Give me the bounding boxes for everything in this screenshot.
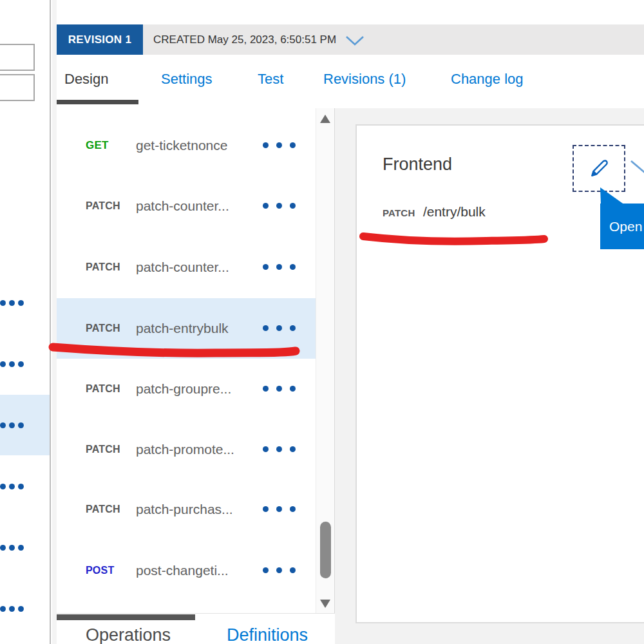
operation-patch-groupre[interactable]: PATCH patch-groupre... bbox=[57, 359, 316, 419]
method-label: PATCH bbox=[86, 504, 132, 515]
operation-patch-promote[interactable]: PATCH patch-promote... bbox=[57, 419, 316, 480]
more-options-icon[interactable] bbox=[263, 506, 296, 512]
pencil-icon bbox=[587, 156, 611, 181]
operation-name: patch-purchas... bbox=[136, 502, 233, 517]
more-options-icon[interactable] bbox=[263, 567, 296, 573]
more-options-icon[interactable] bbox=[263, 325, 296, 331]
active-tab-indicator bbox=[57, 100, 138, 104]
list-item-selected[interactable] bbox=[0, 395, 50, 455]
revision-bar: REVISION 1 CREATED May 25, 2023, 6:50:51… bbox=[57, 24, 644, 55]
operation-name: patch-promote... bbox=[136, 442, 234, 457]
revision-badge: REVISION 1 bbox=[57, 24, 143, 55]
api-design-view: REVISION 1 CREATED May 25, 2023, 6:50:51… bbox=[57, 0, 644, 644]
tab-bar: Design Settings Test Revisions (1) Chang… bbox=[57, 55, 644, 108]
scrollbar-thumb[interactable] bbox=[320, 522, 331, 578]
operation-patch-purchas[interactable]: PATCH patch-purchas... bbox=[57, 479, 316, 540]
method-label: PATCH bbox=[86, 200, 132, 212]
tab-operations[interactable]: Operations bbox=[86, 625, 171, 644]
more-options-icon[interactable] bbox=[0, 422, 24, 428]
tab-settings[interactable]: Settings bbox=[161, 55, 213, 104]
more-options-icon[interactable] bbox=[263, 264, 296, 270]
endpoint-path: /entry/bulk bbox=[423, 204, 486, 219]
tab-revisions[interactable]: Revisions (1) bbox=[323, 55, 406, 104]
method-label: PATCH bbox=[86, 323, 132, 334]
operation-name: post-changeti... bbox=[136, 563, 229, 578]
chevron-down-icon[interactable] bbox=[345, 35, 365, 46]
operation-patch-counter[interactable]: PATCH patch-counter... bbox=[57, 176, 316, 236]
tab-design[interactable]: Design bbox=[64, 55, 108, 104]
list-item[interactable] bbox=[0, 456, 50, 516]
more-options-icon[interactable] bbox=[263, 386, 296, 392]
scroll-up-icon[interactable] bbox=[320, 115, 330, 123]
operation-name: get-ticketnonce bbox=[136, 138, 227, 153]
operation-name: patch-entrybulk bbox=[136, 321, 229, 336]
method-label: PATCH bbox=[86, 261, 132, 273]
list-item[interactable] bbox=[0, 334, 50, 394]
method-label: PATCH bbox=[86, 383, 132, 395]
open-tooltip: Open bbox=[600, 204, 644, 249]
list-item[interactable] bbox=[0, 272, 50, 333]
operation-get-ticketnonce[interactable]: GET get-ticketnonce bbox=[57, 115, 316, 176]
edit-frontend-button[interactable] bbox=[573, 145, 625, 192]
list-footer-tabs: Operations Definitions bbox=[57, 613, 335, 644]
revision-created-label: CREATED May 25, 2023, 6:50:51 PM bbox=[153, 33, 336, 46]
panel-divider bbox=[52, 0, 57, 644]
operation-post-changeti[interactable]: POST post-changeti... bbox=[57, 540, 316, 601]
more-options-icon[interactable] bbox=[0, 484, 24, 489]
method-label: PATCH bbox=[86, 444, 132, 455]
scroll-down-icon[interactable] bbox=[320, 600, 330, 608]
cropped-box bbox=[0, 44, 35, 71]
cropped-box bbox=[0, 74, 35, 101]
chevron-down-icon[interactable] bbox=[630, 159, 644, 175]
scrollbar[interactable] bbox=[316, 108, 334, 613]
left-cropped-panel bbox=[0, 0, 51, 644]
active-footer-tab-indicator bbox=[57, 614, 195, 620]
more-options-icon[interactable] bbox=[0, 606, 24, 612]
frontend-title: Frontend bbox=[383, 155, 452, 175]
more-options-icon[interactable] bbox=[0, 361, 24, 367]
tab-change-log[interactable]: Change log bbox=[451, 55, 524, 104]
frontend-card: Frontend PATCH /entry/bulk Open bbox=[355, 124, 644, 623]
operation-name: patch-counter... bbox=[136, 260, 229, 275]
more-options-icon[interactable] bbox=[263, 142, 296, 148]
operation-name: patch-counter... bbox=[136, 198, 229, 214]
operations-list: GET get-ticketnonce PATCH patch-counter.… bbox=[57, 108, 335, 613]
operation-name: patch-groupre... bbox=[136, 381, 231, 397]
method-label: POST bbox=[86, 565, 132, 576]
list-item[interactable] bbox=[0, 517, 50, 578]
tab-definitions[interactable]: Definitions bbox=[227, 625, 308, 644]
more-options-icon[interactable] bbox=[0, 300, 24, 306]
method-label: GET bbox=[86, 139, 132, 152]
more-options-icon[interactable] bbox=[263, 446, 296, 452]
tab-test[interactable]: Test bbox=[258, 55, 283, 104]
operation-patch-counter[interactable]: PATCH patch-counter... bbox=[57, 237, 316, 298]
more-options-icon[interactable] bbox=[0, 545, 24, 551]
list-item[interactable] bbox=[0, 578, 50, 639]
operation-patch-entrybulk[interactable]: PATCH patch-entrybulk bbox=[57, 298, 316, 359]
method-label: PATCH bbox=[383, 207, 415, 218]
frontend-endpoint: PATCH /entry/bulk bbox=[383, 204, 486, 220]
tooltip-pointer bbox=[598, 187, 627, 205]
more-options-icon[interactable] bbox=[263, 203, 296, 209]
content-area: GET get-ticketnonce PATCH patch-counter.… bbox=[57, 108, 644, 644]
